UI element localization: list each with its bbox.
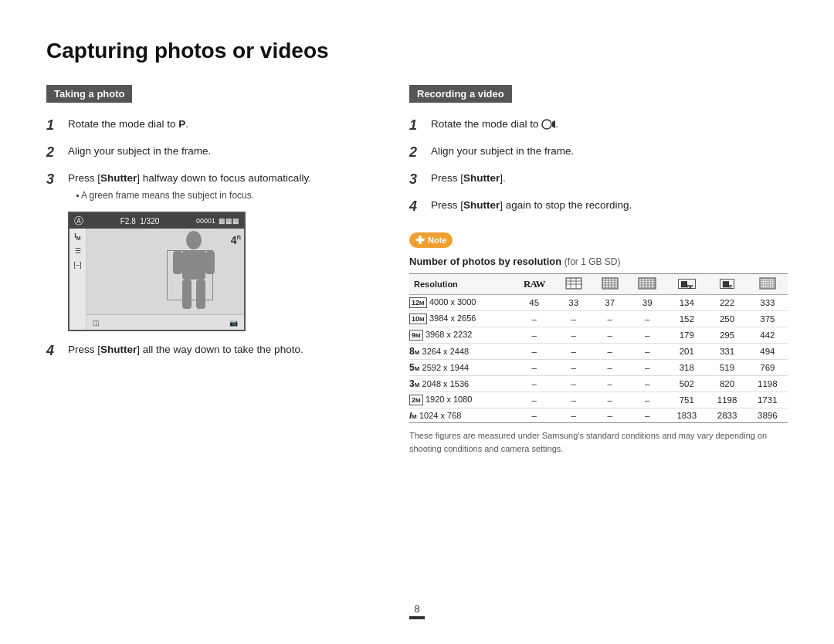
recording-video-header: Recording a video bbox=[409, 85, 512, 103]
vf-top-right: 00001 ▩▩▩ bbox=[196, 217, 239, 225]
res-value-cell: 152 bbox=[666, 311, 707, 327]
res-value-cell: 222 bbox=[707, 295, 747, 311]
step-2-content: Align your subject in the frame. bbox=[68, 144, 211, 159]
rv-step-number-2: 2 bbox=[409, 142, 431, 163]
res-value-cell: 333 bbox=[748, 295, 788, 311]
res-icon-cell: 5M 2592 x 1944 bbox=[409, 360, 513, 376]
rv-step-number-3: 3 bbox=[409, 169, 431, 190]
two-column-layout: Taking a photo 1 Rotate the mode dial to… bbox=[46, 85, 788, 455]
res-value-cell: – bbox=[592, 392, 628, 408]
rv-step-number-1: 1 bbox=[409, 115, 431, 136]
table-row: 9M 3968 x 2232––––179295442 bbox=[409, 327, 788, 344]
page-title: Capturing photos or videos bbox=[46, 39, 788, 63]
res-value-cell: – bbox=[592, 376, 628, 392]
col4-icon bbox=[638, 277, 656, 290]
res-icon-cell: 10M 3984 x 2656 bbox=[409, 311, 513, 327]
svg-rect-28 bbox=[566, 278, 581, 289]
res-value-cell: – bbox=[592, 327, 628, 344]
col-5f: ▩5F bbox=[666, 274, 707, 295]
step-1-photo: 1 Rotate the mode dial to P. bbox=[46, 117, 378, 136]
res-value-cell: 442 bbox=[748, 327, 788, 344]
res-value-cell: – bbox=[513, 376, 555, 392]
vf-camera-icon: 📷 bbox=[229, 319, 238, 327]
table-row: 10M 3984 x 2656––––152250375 bbox=[409, 311, 788, 327]
res-value-cell: 2833 bbox=[707, 408, 747, 423]
taking-photo-header: Taking a photo bbox=[46, 85, 132, 103]
col-resolution: Resolution bbox=[409, 274, 513, 295]
col-n bbox=[628, 274, 666, 295]
res-value-cell: – bbox=[628, 376, 666, 392]
vf-shutter-value: 4n bbox=[231, 233, 241, 246]
res-value-cell: 1198 bbox=[707, 392, 747, 408]
res-value-cell: 502 bbox=[666, 376, 707, 392]
res-value-cell: 1198 bbox=[748, 376, 788, 392]
resolution-title-bold: Number of photos by resolution bbox=[409, 256, 561, 267]
res-value-cell: – bbox=[628, 327, 666, 344]
rv-step-number-4: 4 bbox=[409, 196, 431, 217]
res-value-cell: – bbox=[592, 360, 628, 376]
note-plus-icon: ✚ bbox=[415, 234, 425, 246]
taking-photo-steps: 1 Rotate the mode dial to P. 2 Align you… bbox=[46, 117, 378, 202]
step-3-photo: 3 Press [Shutter] halfway down to focus … bbox=[46, 171, 378, 202]
svg-marker-27 bbox=[552, 120, 555, 128]
right-column: Recording a video 1 Rotate the mode dial… bbox=[409, 85, 788, 455]
col-sf bbox=[555, 274, 592, 295]
rv-step-1: 1 Rotate the mode dial to . bbox=[409, 117, 788, 136]
res-value-cell: – bbox=[592, 344, 628, 360]
res-icon-cell: 12M 4000 x 3000 bbox=[409, 295, 513, 311]
note-box: ✚ Note bbox=[409, 232, 788, 248]
res-value-cell: 39 bbox=[628, 295, 666, 311]
step-3-content: Press [Shutter] halfway down to focus au… bbox=[68, 171, 311, 202]
note-label: Note bbox=[428, 236, 446, 245]
col-hq bbox=[592, 274, 628, 295]
res-value-cell: 295 bbox=[707, 327, 747, 344]
svg-point-26 bbox=[542, 120, 551, 129]
vf-mode-bars: ▩▩▩ bbox=[219, 217, 239, 225]
step-number-4: 4 bbox=[46, 341, 68, 361]
step-1-content: Rotate the mode dial to P. bbox=[68, 117, 188, 132]
res-value-cell: – bbox=[592, 311, 628, 327]
res-value-cell: 318 bbox=[666, 360, 707, 376]
step-number-1: 1 bbox=[46, 115, 68, 136]
rv-step-1-content: Rotate the mode dial to . bbox=[431, 117, 558, 132]
res-value-cell: – bbox=[555, 311, 592, 327]
res-value-cell: – bbox=[555, 392, 592, 408]
table-row: 3M 2048 x 1536––––5028201198 bbox=[409, 376, 788, 392]
res-value-cell: 37 bbox=[592, 295, 628, 311]
camera-viewfinder: Ⓐ F2.8 1/320 00001 ▩▩▩ IM ☰ [–] bbox=[68, 212, 246, 331]
res-value-cell: 134 bbox=[666, 295, 707, 311]
res-value-cell: 45 bbox=[513, 295, 555, 311]
vf-left-icon-2: ☰ bbox=[75, 247, 81, 255]
step-number-2: 2 bbox=[46, 142, 68, 163]
video-mode-icon bbox=[541, 118, 555, 130]
vf-mode-icon: Ⓐ bbox=[74, 215, 83, 228]
res-value-cell: – bbox=[513, 327, 555, 344]
viewfinder-top-bar: Ⓐ F2.8 1/320 00001 ▩▩▩ bbox=[70, 213, 244, 229]
res-value-cell: 769 bbox=[748, 360, 788, 376]
resolution-title: Number of photos by resolution (for 1 GB… bbox=[409, 256, 788, 267]
resolution-table: Resolution RAW bbox=[409, 273, 788, 423]
res-value-cell: 519 bbox=[707, 360, 747, 376]
rv-step-3: 3 Press [Shutter]. bbox=[409, 171, 788, 190]
col-raw: RAW bbox=[513, 274, 555, 295]
res-value-cell: 201 bbox=[666, 344, 707, 360]
res-value-cell: – bbox=[555, 376, 592, 392]
vf-left-icon-3: [–] bbox=[73, 261, 81, 269]
res-value-cell: – bbox=[513, 311, 555, 327]
res-value-cell: 331 bbox=[707, 344, 747, 360]
res-value-cell: – bbox=[592, 408, 628, 423]
res-value-cell: – bbox=[513, 360, 555, 376]
page-bar bbox=[409, 616, 425, 619]
res-value-cell: 3896 bbox=[748, 408, 788, 423]
vf-frame-count: 00001 bbox=[196, 217, 215, 225]
res-value-cell: – bbox=[555, 360, 592, 376]
step-number-3: 3 bbox=[46, 169, 68, 190]
res-icon-cell: 9M 3968 x 2232 bbox=[409, 327, 513, 344]
res-value-cell: – bbox=[628, 360, 666, 376]
viewfinder-bottom-bar: ◫ 📷 bbox=[86, 314, 244, 330]
left-column: Taking a photo 1 Rotate the mode dial to… bbox=[46, 85, 378, 455]
table-row: 8M 3264 x 2448––––201331494 bbox=[409, 344, 788, 360]
table-row: 12M 4000 x 300045333739134222333 bbox=[409, 295, 788, 311]
page-container: Capturing photos or videos Taking a phot… bbox=[0, 0, 834, 644]
svg-point-20 bbox=[186, 231, 202, 249]
